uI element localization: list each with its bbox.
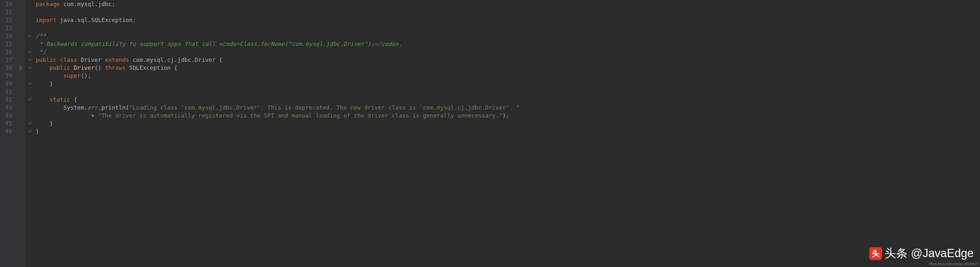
line-number[interactable]: 37 (0, 56, 12, 64)
code-line[interactable] (36, 8, 980, 16)
code-token (36, 96, 49, 103)
code-line[interactable]: + "The driver is automatically registere… (36, 112, 980, 120)
code-line[interactable]: public class Driver extends com.mysql.cj… (36, 56, 980, 64)
source-url: https://blog.csdn.net/qq_33589510 (929, 262, 978, 266)
gutter-annotation (16, 16, 25, 24)
code-line[interactable]: /** (36, 32, 980, 40)
code-line[interactable]: } (36, 120, 980, 128)
code-token: SQLException (129, 64, 174, 71)
fold-marker-icon (25, 104, 35, 112)
line-number[interactable]: 30 (0, 0, 12, 8)
code-line[interactable] (36, 24, 980, 32)
fold-marker-icon (25, 88, 35, 96)
code-token: extends (105, 56, 133, 63)
code-token: { (219, 56, 222, 63)
fold-marker-icon[interactable]: ⊟ (25, 48, 35, 56)
line-number-gutter: 3031323334353637383940414243444546 (0, 0, 16, 267)
gutter-annotation (16, 40, 25, 48)
code-token: Driver (74, 64, 94, 71)
code-line[interactable]: static { (36, 96, 980, 104)
code-token: } (49, 120, 53, 127)
code-token: { (174, 64, 178, 71)
line-number[interactable]: 40 (0, 80, 12, 88)
fold-marker-icon[interactable]: ⊟ (25, 56, 35, 64)
code-token: } (36, 128, 39, 135)
code-token (36, 80, 49, 87)
fold-marker-icon[interactable]: ⊟ (25, 32, 35, 40)
line-number[interactable]: 43 (0, 104, 12, 112)
gutter-annotation (16, 48, 25, 56)
gutter-annotation (16, 80, 25, 88)
code-token: com.mysql.jdbc (64, 1, 112, 7)
gutter-annotation (16, 120, 25, 128)
gutter-annotation (16, 96, 25, 104)
code-token: com.mysql.cj.jdbc.Driver (132, 56, 219, 63)
fold-marker-icon[interactable]: ⊟ (25, 80, 35, 88)
code-token: import (36, 17, 60, 23)
line-number[interactable]: 41 (0, 88, 12, 96)
code-token: Class.forName("com.mysql.jdbc.Driver"); (240, 41, 374, 47)
code-token: super (64, 72, 81, 79)
line-number[interactable]: 46 (0, 128, 12, 136)
code-token (36, 64, 49, 71)
code-line[interactable] (36, 88, 980, 96)
code-editor: 3031323334353637383940414243444546 @ ⊟⊟⊟… (0, 0, 980, 267)
code-token: System. (36, 104, 88, 111)
code-token: () (81, 72, 88, 79)
gutter-annotation (16, 32, 25, 40)
fold-marker-icon[interactable]: ⊟ (25, 64, 35, 72)
code-area[interactable]: package com.mysql.jdbc;import java.sql.S… (35, 0, 980, 267)
gutter-annotation (16, 8, 25, 16)
code-line[interactable]: super(); (36, 72, 980, 80)
gutter-annotation: @ (16, 64, 25, 72)
code-token: java.sql.SQLException (60, 17, 133, 23)
line-number[interactable]: 34 (0, 32, 12, 40)
code-token: Driver (81, 56, 105, 63)
fold-marker-icon (25, 0, 35, 8)
fold-marker-icon[interactable]: ⊟ (25, 96, 35, 104)
line-number[interactable]: 31 (0, 8, 12, 16)
fold-marker-icon (25, 8, 35, 16)
annotation-gutter: @ (16, 0, 25, 267)
code-token: ) (503, 112, 506, 119)
gutter-annotation (16, 0, 25, 8)
code-token: "The driver is automatically registered … (98, 112, 503, 119)
code-token: */ (36, 49, 46, 55)
code-token: * Backwards compatibility to support app… (36, 41, 219, 47)
gutter-annotation (16, 128, 25, 136)
code-line[interactable]: System.err.println("Loading class `com.m… (36, 104, 980, 112)
line-number[interactable]: 42 (0, 96, 12, 104)
fold-marker-icon[interactable]: ⊟ (25, 120, 35, 128)
code-token: /** (36, 33, 46, 39)
code-token (36, 72, 64, 79)
code-line[interactable]: import java.sql.SQLException; (36, 16, 980, 24)
line-number[interactable]: 32 (0, 16, 12, 24)
fold-gutter: ⊟⊟⊟⊟⊟⊟⊟⊟ (25, 0, 35, 267)
code-token: </code> (374, 41, 399, 47)
code-token: err (88, 104, 98, 111)
code-token: .println( (98, 104, 129, 111)
line-number[interactable]: 36 (0, 48, 12, 56)
gutter-annotation (16, 104, 25, 112)
code-line[interactable]: public Driver() throws SQLException { (36, 64, 980, 72)
code-line[interactable]: package com.mysql.jdbc; (36, 0, 980, 8)
fold-marker-icon[interactable]: ⊟ (25, 128, 35, 136)
line-number[interactable]: 45 (0, 120, 12, 128)
fold-marker-icon (25, 112, 35, 120)
fold-marker-icon (25, 72, 35, 80)
code-line[interactable]: * Backwards compatibility to support app… (36, 40, 980, 48)
line-number[interactable]: 35 (0, 40, 12, 48)
gutter-annotation (16, 112, 25, 120)
code-line[interactable]: */ (36, 48, 980, 56)
gutter-annotation (16, 72, 25, 80)
fold-marker-icon (25, 16, 35, 24)
line-number[interactable]: 38 (0, 64, 12, 72)
line-number[interactable]: 33 (0, 24, 12, 32)
fold-marker-icon (25, 40, 35, 48)
code-line[interactable]: } (36, 80, 980, 88)
line-number[interactable]: 44 (0, 112, 12, 120)
code-line[interactable]: } (36, 128, 980, 136)
code-token: throws (105, 64, 129, 71)
line-number[interactable]: 39 (0, 72, 12, 80)
code-token: ; (111, 1, 115, 7)
